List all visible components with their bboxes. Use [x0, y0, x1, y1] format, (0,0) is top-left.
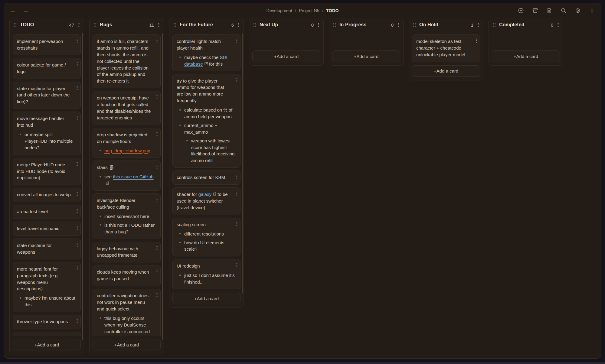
- add-card-button[interactable]: +Add a card: [332, 50, 400, 62]
- breadcrumb-project[interactable]: Project N5: [299, 8, 319, 13]
- settings-icon[interactable]: [575, 8, 581, 14]
- card[interactable]: state machine for weapons: [13, 239, 81, 259]
- card-menu-button[interactable]: [236, 38, 237, 43]
- column-scrollbar[interactable]: [242, 33, 243, 294]
- column-menu-button[interactable]: [558, 23, 559, 27]
- card-menu-button[interactable]: [156, 164, 158, 169]
- card-menu-button[interactable]: [156, 38, 158, 43]
- column-menu-button[interactable]: [78, 23, 80, 27]
- card-menu-button[interactable]: [156, 269, 158, 274]
- column-menu-button[interactable]: [318, 23, 319, 27]
- card[interactable]: more neutral font for paragraph texts (e…: [13, 262, 81, 312]
- column-scrollbar[interactable]: [82, 33, 83, 340]
- more-vertical-icon[interactable]: [589, 8, 595, 14]
- forward-button[interactable]: →: [23, 8, 29, 14]
- card[interactable]: level travel mechanic: [13, 222, 81, 236]
- card-menu-button[interactable]: [236, 222, 237, 226]
- add-card-button[interactable]: +Add a card: [13, 339, 81, 350]
- column-menu-button[interactable]: [398, 23, 399, 27]
- card-menu-button[interactable]: [236, 191, 237, 196]
- card-menu-button[interactable]: [77, 209, 78, 213]
- text-segment: convert all images to webp: [17, 192, 71, 197]
- card-menu-button[interactable]: [236, 78, 237, 83]
- card[interactable]: UI redesignjust so I don't assume it's f…: [172, 259, 240, 289]
- card-menu-button[interactable]: [156, 293, 158, 297]
- drag-handle-icon[interactable]: [173, 23, 176, 27]
- card-menu-button[interactable]: [77, 319, 78, 323]
- column-header: On Hold1: [409, 18, 483, 31]
- add-card-button[interactable]: +Add a card: [252, 50, 320, 62]
- card-menu-button[interactable]: [77, 266, 78, 271]
- card-menu-button[interactable]: [156, 132, 158, 136]
- card[interactable]: merge PlayerHUD node into HUD node (to a…: [13, 158, 81, 185]
- breadcrumb-separator: /: [295, 8, 296, 13]
- text-segment: stairs: [97, 165, 109, 170]
- column-menu-button[interactable]: [238, 23, 239, 27]
- card-menu-button[interactable]: [77, 86, 78, 90]
- card[interactable]: stairs 🗿see this issue on GitHub: [93, 161, 161, 191]
- card-menu-button[interactable]: [236, 263, 237, 268]
- card[interactable]: arena test level: [13, 205, 81, 219]
- card-menu-button[interactable]: [77, 192, 78, 196]
- text-segment: controls screen for KBM: [177, 175, 225, 180]
- card-bullet: this bug only occurs when my DualSense c…: [97, 315, 156, 336]
- column-scrollbar[interactable]: [162, 33, 163, 340]
- drag-handle-icon[interactable]: [253, 23, 256, 27]
- add-card-button[interactable]: +Add a card: [172, 293, 240, 304]
- bullet-text: see this issue on GitHub: [104, 174, 154, 186]
- card[interactable]: thrower type for weapons: [13, 315, 81, 329]
- bullet-dot: [179, 233, 181, 235]
- link[interactable]: bug_drop_shadow.png: [104, 148, 150, 153]
- search-icon[interactable]: [561, 8, 567, 14]
- card[interactable]: controller navigation does not work in p…: [93, 289, 161, 336]
- card-menu-button[interactable]: [156, 246, 158, 250]
- card[interactable]: clouds keep moving when game is paused: [93, 265, 161, 286]
- card-menu-button[interactable]: [77, 226, 78, 230]
- card[interactable]: on weapon unequip, have a function that …: [93, 91, 161, 125]
- breadcrumb-workspace[interactable]: Development: [267, 8, 292, 13]
- card[interactable]: scaling screendifferent resolutionshow d…: [172, 218, 240, 257]
- add-card-button[interactable]: +Add a card: [412, 65, 480, 77]
- card-menu-button[interactable]: [236, 174, 237, 179]
- card-menu-button[interactable]: [156, 197, 158, 202]
- card[interactable]: controller lights match player healthmay…: [172, 34, 240, 71]
- text-segment: try to give the player ammo for weapons …: [177, 78, 224, 103]
- card[interactable]: investigate Blender backface cullinginse…: [93, 193, 161, 239]
- card-menu-button[interactable]: [156, 95, 158, 99]
- card-menu-button[interactable]: [77, 115, 78, 120]
- card[interactable]: laggy behaviour with uncapped framerate: [93, 242, 161, 263]
- bullet-text: maybe check the SDL database for this: [184, 55, 229, 67]
- card-menu-button[interactable]: [77, 162, 78, 166]
- card[interactable]: if ammo is full, characters stands in am…: [93, 34, 161, 88]
- drag-handle-icon[interactable]: [413, 23, 416, 27]
- card[interactable]: state machine for player (and others lat…: [13, 82, 81, 109]
- card[interactable]: move message handler into hudor maybe sp…: [13, 112, 81, 155]
- card[interactable]: controls screen for KBM: [172, 171, 240, 185]
- drag-handle-icon[interactable]: [14, 23, 17, 27]
- back-button[interactable]: ←: [10, 8, 16, 14]
- card[interactable]: invincibility timer for enemies: [13, 332, 81, 336]
- link[interactable]: galaxy: [198, 192, 211, 197]
- card[interactable]: colour palette for game / logo: [13, 58, 81, 79]
- archive-icon[interactable]: [532, 8, 538, 14]
- drag-handle-icon[interactable]: [93, 23, 96, 27]
- add-card-button[interactable]: +Add a card: [93, 339, 161, 350]
- drag-handle-icon[interactable]: [493, 23, 496, 27]
- card-menu-button[interactable]: [77, 62, 78, 67]
- card-menu-button[interactable]: [77, 242, 78, 247]
- notes-icon[interactable]: [546, 8, 552, 14]
- link[interactable]: this issue on GitHub: [113, 174, 153, 179]
- card[interactable]: shader for galaxy to be used in planet s…: [172, 187, 240, 215]
- card[interactable]: implement per-weapon crosshairs: [13, 34, 81, 55]
- card[interactable]: model skeleton as test character + cheat…: [412, 34, 480, 62]
- card-menu-button[interactable]: [77, 38, 78, 43]
- drag-handle-icon[interactable]: [333, 23, 336, 27]
- card-menu-button[interactable]: [476, 38, 477, 43]
- card[interactable]: try to give the player ammo for weapons …: [172, 74, 240, 168]
- card[interactable]: drop shadow is projected on multiple flo…: [93, 128, 161, 158]
- column-menu-button[interactable]: [478, 23, 479, 27]
- plus-circle-icon[interactable]: [518, 8, 524, 14]
- add-card-button[interactable]: +Add a card: [492, 50, 560, 62]
- card[interactable]: convert all images to webp: [13, 188, 81, 202]
- column-menu-button[interactable]: [158, 23, 159, 27]
